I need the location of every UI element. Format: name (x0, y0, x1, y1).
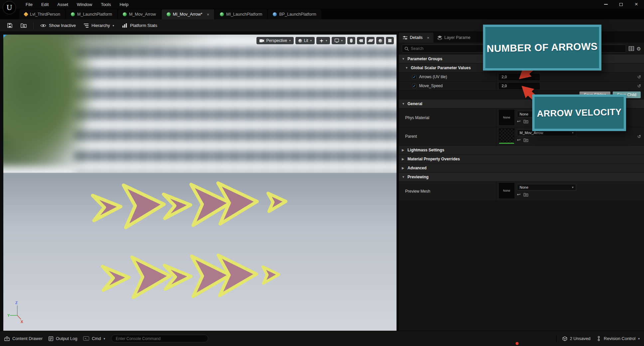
revision-control-label: Revision Control (604, 336, 635, 341)
preview-sphere-button[interactable] (357, 37, 365, 44)
output-log-button[interactable]: Output Log (49, 336, 77, 341)
parent-material-value: M_Mov_Arrow (520, 131, 543, 135)
tab-mi-mov-arrow[interactable]: MI_Mov_Arrow* × (162, 9, 215, 19)
blueprint-icon (273, 12, 277, 16)
platform-stats-label: Platform Stats (130, 23, 157, 28)
viewport-options-dropdown[interactable]: ▾ (332, 37, 346, 44)
revision-control-button[interactable]: Revision Control ▾ (596, 336, 640, 341)
browse-to-asset-icon[interactable] (524, 138, 528, 142)
section-previewing[interactable]: ▼ Previewing (399, 173, 644, 182)
section-label: Previewing (407, 175, 428, 179)
toolbar-separator (33, 22, 34, 29)
preview-mesh-value: None (520, 185, 528, 189)
move-speed-value-field[interactable]: 2,0 (499, 83, 540, 89)
material-icon (71, 12, 75, 16)
use-selected-asset-icon[interactable]: ↩ (517, 137, 521, 142)
preview-plane-button[interactable] (367, 37, 375, 44)
save-button[interactable] (3, 21, 16, 30)
preview-cylinder-button[interactable] (347, 37, 355, 44)
cube-icon (388, 39, 392, 42)
tab-details[interactable]: Details × (399, 33, 433, 43)
section-advanced[interactable]: ▶ Advanced (399, 164, 644, 173)
effects-icon (319, 39, 324, 43)
preview-mesh-label: Preview Mesh (405, 189, 430, 194)
preview-mesh-thumbnail[interactable]: None (499, 183, 514, 198)
lit-mode-dropdown[interactable]: Lit ▾ (295, 37, 315, 44)
platform-stats-button[interactable]: Platform Stats (118, 21, 161, 30)
checkbox-checked[interactable]: ✓ (412, 84, 416, 88)
unsaved-assets-button[interactable]: 2 Unsaved (563, 336, 590, 341)
menu-asset[interactable]: Asset (53, 0, 73, 9)
window-controls: × (598, 0, 644, 9)
chevron-down-icon: ▾ (326, 39, 327, 42)
hierarchy-button[interactable]: Hierarchy ▾ (80, 21, 118, 30)
output-log-icon (49, 336, 53, 341)
preview-mesh-dropdown[interactable]: None ▾ (517, 184, 576, 191)
console-command-input[interactable] (111, 335, 208, 342)
display-options-icon[interactable] (629, 46, 634, 51)
arrows-value-field[interactable]: 2,0 (499, 74, 540, 80)
browse-to-asset-icon[interactable] (524, 193, 528, 197)
callout-text: NUMBER OF ARROWS (487, 41, 598, 55)
show-inactive-button[interactable]: Show Inactive (37, 21, 80, 30)
parent-label: Parent (405, 134, 417, 139)
section-lightmass-settings[interactable]: ▶ Lightmass Settings (399, 146, 644, 155)
menu-file[interactable]: File (21, 0, 37, 9)
use-selected-asset-icon[interactable]: ↩ (517, 119, 521, 124)
tab-m-launchplatform[interactable]: M_LaunchPlatform (66, 9, 117, 19)
tab-mi-launchplatform[interactable]: MI_LaunchPlatform (215, 9, 267, 19)
preview-sphere2-button[interactable] (376, 37, 384, 44)
axis-z-label: Z (15, 301, 18, 305)
menu-bar: File Edit Asset Window Tools Help (0, 0, 644, 9)
use-selected-asset-icon[interactable]: ↩ (517, 192, 521, 197)
browse-to-asset-button[interactable] (17, 21, 30, 30)
hierarchy-icon (84, 23, 89, 28)
preview-cube-button[interactable] (386, 37, 394, 44)
close-icon[interactable]: × (427, 35, 429, 40)
statusbar-separator (556, 335, 557, 342)
menu-tools[interactable]: Tools (96, 0, 115, 9)
details-sliders-icon (403, 36, 407, 40)
material-preview-viewport[interactable]: Perspective ▾ Lit ▾ ▾ ▾ Z Y (3, 35, 397, 331)
viewport-toolbar: Perspective ▾ Lit ▾ ▾ ▾ (256, 37, 394, 44)
menu-help[interactable]: Help (115, 0, 133, 9)
phys-material-thumbnail[interactable]: None (499, 110, 514, 125)
tab-bp-launchplatform[interactable]: BP_LaunchPlatform (268, 9, 321, 19)
menu-edit[interactable]: Edit (37, 0, 53, 9)
cmd-dropdown[interactable]: >_ Cmd ▾ (83, 336, 105, 341)
search-icon (404, 47, 409, 51)
unsaved-label: 2 Unsaved (570, 336, 590, 341)
reset-to-default-icon[interactable]: ↺ (637, 134, 641, 139)
param-label: Arrows (UV tile) (419, 75, 447, 79)
status-bar: Content Drawer Output Log >_ Cmd ▾ 2 Uns… (0, 331, 644, 346)
maximize-icon (619, 3, 623, 6)
tab-m-mov-arrow[interactable]: M_Mov_Arrow (118, 9, 161, 19)
lit-sphere-icon (298, 39, 302, 43)
section-material-property-overrides[interactable]: ▶ Material Property Overrides (399, 155, 644, 164)
folder-search-icon (21, 23, 27, 28)
close-button[interactable]: × (629, 0, 644, 9)
reset-to-default-icon[interactable]: ↺ (637, 84, 641, 88)
tab-lvl-thirdperson[interactable]: Lvl_ThirdPerson (19, 9, 65, 19)
tab-close-icon[interactable]: × (207, 12, 209, 17)
camera-icon (259, 39, 264, 43)
reset-to-default-icon[interactable]: ↺ (637, 75, 641, 80)
view-mode-dropdown[interactable]: Perspective ▾ (256, 37, 293, 44)
checkbox-checked[interactable]: ✓ (412, 75, 416, 79)
parent-material-thumbnail[interactable] (499, 128, 514, 144)
menu-window[interactable]: Window (73, 0, 96, 9)
section-label: Material Property Overrides (407, 157, 460, 161)
tab-label: M_LaunchPlatform (77, 12, 112, 17)
tab-layer-parameters[interactable]: Layer Parame (433, 33, 475, 43)
content-drawer-button[interactable]: Content Drawer (4, 336, 43, 341)
section-label: Lightmass Settings (407, 148, 444, 152)
param-label: Move_Speed (419, 84, 443, 88)
minimize-button[interactable] (598, 0, 613, 9)
settings-gear-icon[interactable]: ⚙ (637, 46, 641, 51)
chevron-down-icon: ▾ (572, 186, 573, 189)
sphere-icon (379, 39, 382, 43)
show-flags-dropdown[interactable]: ▾ (316, 37, 330, 44)
browse-to-asset-icon[interactable] (524, 119, 528, 123)
maximize-button[interactable] (613, 0, 629, 9)
chevron-down-icon: ▾ (289, 39, 291, 42)
